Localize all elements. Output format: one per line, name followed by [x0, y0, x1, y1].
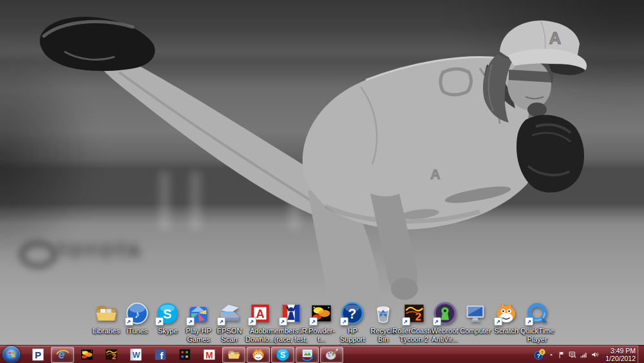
svg-text:P: P: [35, 349, 41, 360]
libraries-icon: [94, 301, 118, 326]
taskbar-button-pandora-p[interactable]: P: [26, 347, 50, 363]
quicktime-icon: [525, 301, 549, 326]
svg-text:2: 2: [112, 353, 116, 360]
desktop-wallpaper: TOYOTA A: [0, 0, 644, 345]
gmail-icon: M: [202, 348, 216, 362]
taskbar-buttons: Pe 2 W f M S: [26, 346, 344, 363]
explorer-icon: [227, 348, 241, 362]
start-button[interactable]: [3, 346, 20, 363]
desktop-icon-label: QuickTime Player: [520, 327, 554, 344]
action-center-flag-icon[interactable]: [557, 351, 565, 359]
facebook-icon: f: [153, 348, 167, 362]
shortcut-arrow-icon: [525, 317, 533, 326]
shortcut-arrow-icon: [217, 317, 225, 326]
powder-toy-icon: [309, 301, 334, 326]
volume-icon[interactable]: [591, 350, 600, 359]
svg-text:!: !: [542, 350, 543, 355]
hp-games-icon: [186, 301, 211, 326]
taskbar-button-word[interactable]: W: [124, 347, 147, 363]
skype-icon: S: [155, 301, 180, 326]
members-iracing-icon: [279, 301, 303, 326]
word-icon: W: [129, 348, 143, 362]
shortcut-arrow-icon: [186, 317, 194, 326]
skype-icon: S: [276, 348, 290, 362]
shortcut-arrow-icon: [402, 317, 410, 326]
scratch-icon: [494, 301, 518, 326]
taskbar-button-photo-viewer[interactable]: [296, 347, 319, 363]
svg-text:♪: ♪: [134, 308, 139, 320]
taskbar-button-skype[interactable]: S: [271, 347, 294, 363]
taskbar-button-rct2[interactable]: 2: [100, 347, 123, 363]
desktop-icon-label: Webroot AntiVir...: [431, 327, 458, 344]
svg-text:?: ?: [348, 306, 357, 322]
desktop-icon-label: Skype: [158, 327, 178, 335]
computer-icon: [463, 301, 488, 326]
recycle-bin-icon: [371, 301, 395, 326]
shortcut-arrow-icon: [433, 317, 441, 326]
taskbar-button-internet-explorer[interactable]: e: [51, 347, 74, 363]
taskbar: Pe 2 W f M S ? !: [0, 345, 644, 363]
show-hidden-icons-icon[interactable]: [548, 351, 554, 358]
shortcut-arrow-icon: [494, 317, 502, 326]
taskbar-clock[interactable]: 3:49 PM 1/20/2012: [605, 347, 636, 362]
desktop-icon-label: Computer: [460, 327, 491, 335]
hp-support-icon: ?: [340, 301, 365, 326]
taskbar-button-scratch[interactable]: [247, 347, 270, 363]
shortcut-arrow-icon: [248, 317, 256, 326]
paint-icon: [325, 348, 339, 362]
tray-time: 3:49 PM: [605, 347, 636, 355]
shortcut-arrow-icon: [309, 317, 317, 326]
powder-toy-icon: [80, 348, 94, 362]
photo-viewer-icon: [300, 348, 314, 362]
internet-explorer-icon: e: [55, 348, 70, 362]
taskbar-button-gmail[interactable]: M: [198, 347, 221, 363]
svg-text:W: W: [133, 351, 140, 360]
taskbar-button-paint[interactable]: [320, 347, 343, 363]
pixel-game-icon: [178, 348, 192, 362]
shortcut-arrow-icon: [340, 317, 348, 326]
webroot-icon: [433, 301, 457, 326]
cleat-shoe: [40, 17, 155, 71]
scratch-icon: [251, 348, 265, 362]
jersey-chest-logo: A: [430, 166, 440, 182]
hp-alert-icon[interactable]: ? !: [534, 349, 545, 360]
shortcut-arrow-icon: [279, 317, 287, 326]
wireless-signal-icon[interactable]: [580, 351, 588, 359]
rct2-icon: 2: [402, 301, 426, 326]
pandora-p-icon: P: [31, 348, 45, 362]
network-icon[interactable]: [568, 350, 577, 359]
desktop-icon-label: Powder-t...: [307, 327, 337, 344]
svg-text:S: S: [280, 351, 285, 360]
shortcut-arrow-icon: [155, 317, 164, 326]
svg-text:2: 2: [415, 311, 421, 323]
desktop-icon-label: Scratch: [495, 327, 518, 335]
taskbar-button-facebook[interactable]: f: [149, 347, 172, 363]
tray-date: 1/20/2012: [605, 355, 636, 362]
svg-text:M: M: [205, 351, 213, 360]
desktop-icon-label: EPSON Scan: [214, 327, 245, 344]
desktop-icon-label: Libraries: [93, 327, 120, 335]
itunes-icon: ♪: [125, 301, 149, 326]
epson-scan-icon: [217, 301, 242, 326]
desktop-icon-label: iTunes: [126, 327, 147, 335]
svg-text:S: S: [164, 307, 173, 321]
cap-logo: A: [549, 28, 562, 48]
rct2-icon: 2: [104, 348, 118, 362]
shortcut-arrow-icon: [125, 317, 133, 326]
show-desktop-button[interactable]: [638, 346, 644, 363]
windows-logo-icon: [6, 349, 17, 360]
taskbar-button-explorer[interactable]: [222, 347, 245, 363]
system-tray: ? ! 3:49 PM 1/20/2012: [534, 346, 636, 363]
taskbar-button-pixel-game[interactable]: [173, 347, 196, 363]
desktop-icon-label: Play HP Games: [185, 327, 211, 344]
taskbar-button-powder-toy[interactable]: [75, 347, 99, 363]
adobe-icon: A: [248, 301, 272, 326]
svg-text:A: A: [256, 308, 264, 320]
